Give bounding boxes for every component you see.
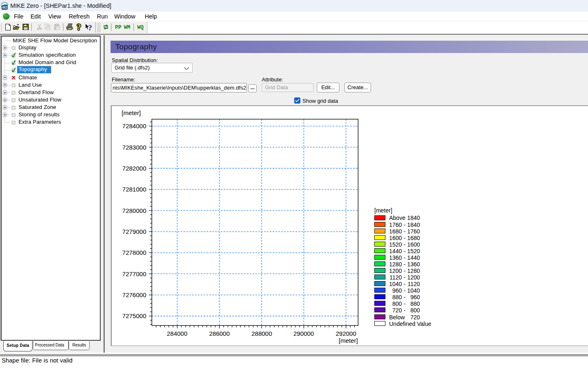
svg-text:?: ? — [77, 23, 81, 32]
svg-text:WQ: WQ — [137, 24, 144, 30]
svg-text:?: ? — [88, 23, 92, 32]
svg-text:PP: PP — [115, 24, 122, 30]
svg-text:M2: M2 — [2, 5, 7, 9]
svg-text:WM: WM — [124, 24, 131, 30]
